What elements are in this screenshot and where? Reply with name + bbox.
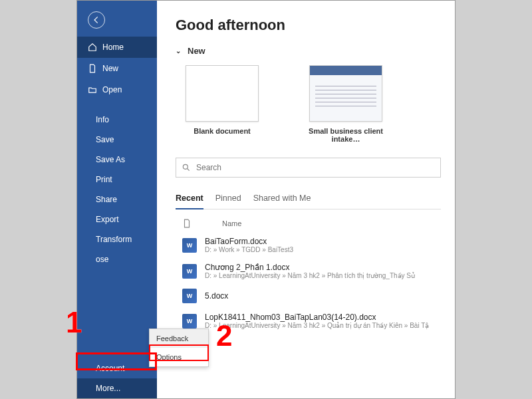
sidebar-sub-share[interactable]: Share	[77, 190, 157, 209]
backstage-sidebar: Home New Open Info Save Save As Print Sh…	[77, 1, 157, 398]
annotation-number-1: 1	[66, 306, 82, 339]
search-icon	[182, 163, 191, 172]
search-input[interactable]	[196, 163, 435, 172]
word-doc-icon	[182, 314, 197, 329]
template-label: Small business client intake…	[299, 127, 392, 143]
svg-point-0	[183, 164, 188, 169]
file-row[interactable]: LopK18411_Nhom03_BaiTapLan03(14-20).docx…	[176, 308, 441, 334]
word-doc-icon	[182, 238, 197, 253]
sidebar-sub-print[interactable]: Print	[77, 170, 157, 190]
new-section-header[interactable]: ⌄ New	[176, 46, 455, 56]
file-name: LopK18411_Nhom03_BaiTapLan03(14-20).docx	[205, 313, 429, 322]
tab-recent[interactable]: Recent	[176, 190, 203, 209]
tab-shared[interactable]: Shared with Me	[253, 190, 311, 209]
popup-options[interactable]: Options	[150, 348, 208, 366]
sidebar-sub-account[interactable]: Account	[77, 358, 157, 378]
tab-pinned[interactable]: Pinned	[215, 190, 241, 209]
file-row[interactable]: 5.docx	[176, 284, 441, 308]
file-name: Chương 2_Phần 1.docx	[205, 263, 415, 272]
more-popup-menu: Feedback Options	[149, 329, 209, 367]
back-button[interactable]	[88, 11, 105, 29]
sidebar-label: Open	[102, 85, 122, 94]
file-path: D: » LearningAtUniversity » Năm 3 hk2 » …	[205, 272, 415, 279]
folder-open-icon	[88, 85, 97, 94]
sidebar-sub-info[interactable]: Info	[77, 110, 157, 130]
template-thumb-icon	[186, 65, 259, 122]
recent-tabs: Recent Pinned Shared with Me	[176, 190, 441, 209]
new-doc-icon	[88, 64, 97, 73]
doc-icon	[182, 219, 192, 228]
file-row[interactable]: Chương 2_Phần 1.docx D: » LearningAtUniv…	[176, 258, 441, 284]
sidebar-sub-transform[interactable]: Transform	[77, 229, 157, 249]
sidebar-sub-export[interactable]: Export	[77, 209, 157, 229]
file-name: 5.docx	[205, 291, 228, 301]
word-doc-icon	[182, 264, 197, 279]
template-intake[interactable]: Small business client intake…	[299, 65, 392, 143]
annotation-number-2: 2	[216, 319, 232, 352]
sidebar-item-new[interactable]: New	[77, 58, 157, 79]
template-blank[interactable]: Blank document	[176, 65, 269, 143]
popup-feedback[interactable]: Feedback	[150, 329, 208, 348]
search-box[interactable]	[176, 158, 441, 178]
sidebar-sub-save[interactable]: Save	[77, 130, 157, 150]
sidebar-item-open[interactable]: Open	[77, 79, 157, 100]
sidebar-item-home[interactable]: Home	[77, 37, 157, 58]
template-row: Blank document Small business client int…	[176, 65, 455, 143]
chevron-down-icon: ⌄	[176, 47, 181, 55]
list-header: Name	[176, 215, 441, 232]
sidebar-label: Home	[102, 43, 124, 52]
sidebar-sub-close[interactable]: ose	[77, 249, 157, 269]
file-path: D: » LearningAtUniversity » Năm 3 hk2 » …	[205, 322, 429, 329]
word-doc-icon	[182, 289, 197, 303]
file-row[interactable]: BaiTaoForm.docx D: » Work » TGDD » BaiTe…	[176, 232, 441, 258]
sidebar-label: New	[102, 64, 118, 73]
template-thumb-icon	[309, 65, 382, 122]
home-icon	[88, 43, 97, 52]
sidebar-sub-more[interactable]: More...	[77, 378, 157, 398]
template-label: Blank document	[194, 127, 251, 135]
file-path: D: » Work » TGDD » BaiTest3	[205, 246, 293, 253]
word-backstage-window: Home New Open Info Save Save As Print Sh…	[76, 0, 456, 399]
section-label: New	[188, 46, 205, 56]
arrow-left-icon	[92, 15, 101, 25]
file-name: BaiTaoForm.docx	[205, 237, 293, 246]
sidebar-sub-save-as[interactable]: Save As	[77, 150, 157, 170]
column-name: Name	[222, 219, 241, 227]
greeting-title: Good afternoon	[176, 17, 455, 34]
